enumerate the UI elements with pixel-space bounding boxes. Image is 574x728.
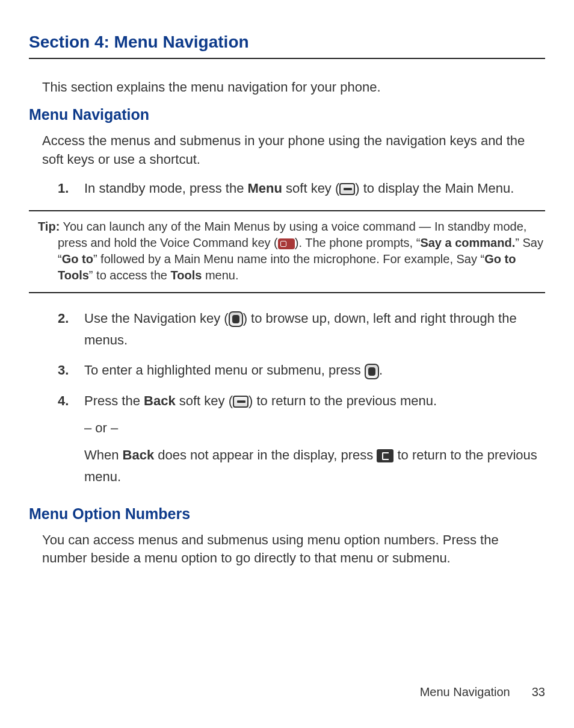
- or-separator: – or –: [84, 420, 545, 436]
- text: soft key (: [176, 393, 233, 408]
- tip-text: Tip: You can launch any of the Main Menu…: [29, 219, 545, 284]
- tip-label: Tip:: [38, 220, 60, 233]
- subheading-menu-navigation: Menu Navigation: [29, 106, 545, 123]
- text: When: [84, 447, 123, 462]
- page-number: 33: [532, 685, 545, 698]
- step-number: 2.: [58, 308, 84, 352]
- footer-section-label: Menu Navigation: [420, 685, 510, 698]
- step-2: 2. Use the Navigation key () to browse u…: [58, 308, 545, 352]
- text: soft key (: [282, 181, 339, 196]
- navigation-key-icon: [365, 364, 379, 379]
- paragraph-access-menus: Access the menus and submenus in your ph…: [42, 132, 545, 169]
- step-number: 1.: [58, 178, 84, 199]
- text: ) to return to the previous menu.: [248, 393, 437, 408]
- tip-box: Tip: You can launch any of the Main Menu…: [29, 210, 545, 293]
- text: menu.: [202, 269, 238, 282]
- voice-command-icon: [278, 238, 295, 249]
- step-number: 4.: [58, 390, 84, 412]
- step-content: Use the Navigation key () to browse up, …: [84, 308, 545, 352]
- step-3: 3. To enter a highlighted menu or submen…: [58, 359, 545, 381]
- clear-key-icon: [377, 449, 393, 462]
- menu-label: Menu: [248, 181, 282, 196]
- paragraph-menu-option-numbers: You can access menus and submenus using …: [42, 531, 545, 568]
- step-4: 4. Press the Back soft key () to return …: [58, 390, 545, 412]
- text: ) to display the Main Menu.: [355, 181, 514, 196]
- text: ” to access the: [89, 269, 171, 282]
- text: ” followed by a Main Menu name into the …: [93, 252, 484, 266]
- text: .: [379, 362, 383, 378]
- softkey-icon: [233, 396, 248, 408]
- navigation-key-icon: [229, 311, 243, 327]
- step-content: To enter a highlighted menu or submenu, …: [84, 359, 545, 381]
- tools-text: Tools: [170, 269, 202, 282]
- text: Press the: [84, 393, 144, 408]
- text: does not appear in the display, press: [154, 447, 377, 462]
- back-label: Back: [123, 447, 155, 462]
- say-a-command-text: Say a command.: [420, 236, 515, 249]
- step-number: 3.: [58, 359, 84, 381]
- text: ). The phone prompts, “: [295, 236, 421, 249]
- step-4-continued: When Back does not appear in the display…: [84, 444, 545, 488]
- text: To enter a highlighted menu or submenu, …: [84, 362, 365, 378]
- subheading-menu-option-numbers: Menu Option Numbers: [29, 505, 545, 523]
- intro-text: This section explains the menu navigatio…: [42, 79, 545, 95]
- go-to-text: Go to: [62, 252, 93, 266]
- text: In standby mode, press the: [84, 181, 248, 196]
- section-title: Section 4: Menu Navigation: [29, 33, 545, 59]
- step-content: In standby mode, press the Menu soft key…: [84, 178, 545, 199]
- page-footer: Menu Navigation33: [420, 685, 545, 699]
- text: Use the Navigation key (: [84, 311, 229, 326]
- softkey-icon: [339, 183, 355, 195]
- step-1: 1. In standby mode, press the Menu soft …: [58, 178, 545, 199]
- back-label: Back: [144, 393, 176, 408]
- step-content: Press the Back soft key () to return to …: [84, 390, 545, 412]
